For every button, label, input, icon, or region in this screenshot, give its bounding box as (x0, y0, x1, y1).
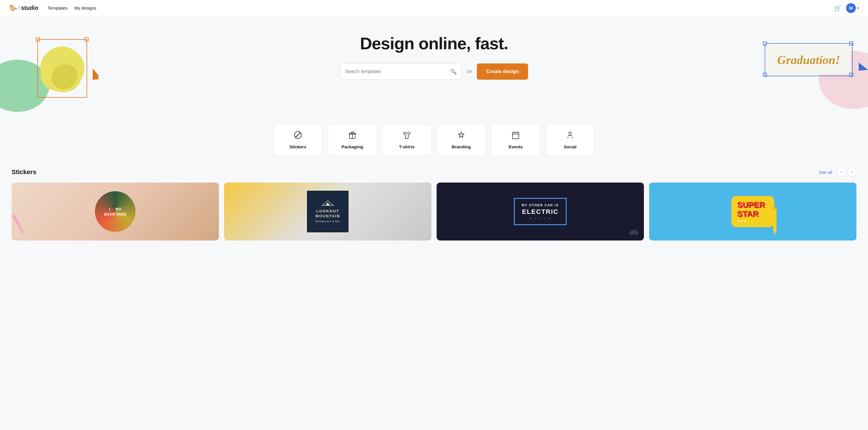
chevron-down-icon: ▾ (857, 6, 859, 10)
create-design-button[interactable]: Create design (477, 63, 528, 80)
packaging-icon (348, 131, 357, 141)
navbar: 🐎 / studio Templates My designs 🛒 M ▾ (0, 0, 868, 16)
sticker-electric-line1: MY OTHER CAR IS (522, 203, 559, 207)
stickers-title: Stickers (11, 168, 819, 176)
logo-text: studio (21, 5, 38, 11)
sticker-back-yard-content: I ♥ MY BACK YARD (95, 191, 135, 232)
svg-rect-23 (631, 230, 637, 232)
category-packaging[interactable]: Packaging (328, 124, 377, 156)
category-social-label: Social (564, 144, 577, 149)
sticker-card-superstar[interactable]: SUPERSTAR ★ ★ ★ (649, 182, 857, 240)
events-icon (511, 131, 520, 141)
sticker-electric-line2: ELECTRIC (522, 208, 559, 216)
logo-horse-icon: 🐎 (9, 4, 17, 12)
sticker-grid: I ♥ MY BACK YARD (11, 182, 857, 240)
category-events[interactable]: Events (491, 124, 540, 156)
category-packaging-label: Packaging (341, 144, 363, 149)
svg-rect-18 (12, 214, 24, 232)
svg-rect-27 (773, 207, 776, 210)
categories-row: Stickers Packaging T-shirts Branding (0, 115, 868, 165)
stickers-header: Stickers See all ‹ › (11, 168, 857, 177)
see-all-link[interactable]: See all (819, 170, 832, 175)
category-branding-label: Branding (452, 144, 471, 149)
sticker-lookout-title: LOOKOUTMOUNTAIN (315, 209, 340, 219)
stickers-section: Stickers See all ‹ › I ♥ MY BACK YARD (0, 165, 868, 248)
svg-marker-21 (326, 203, 330, 205)
tshirts-icon (402, 131, 411, 141)
category-stickers[interactable]: Stickers (273, 124, 322, 156)
nav-templates[interactable]: Templates (48, 5, 67, 10)
search-box: 🔍 (340, 63, 462, 80)
logo-slash: / (18, 5, 20, 11)
sticker-card-lookout[interactable]: LOOKOUTMOUNTAIN Restaurant & Bar (224, 182, 431, 240)
branding-icon (457, 131, 466, 141)
sticker-electric-content: MY OTHER CAR IS ELECTRIC ⬥ ⬥ ⬥ ⬥ ⬥ (514, 198, 567, 225)
cart-icon[interactable]: 🛒 (834, 5, 841, 11)
hero-search-row: 🔍 OR Create design (0, 63, 868, 80)
avatar[interactable]: M (846, 3, 856, 13)
sticker-lookout-sub: Restaurant & Bar (315, 220, 340, 223)
svg-point-5 (819, 51, 868, 109)
search-icon: 🔍 (450, 68, 457, 75)
user-menu[interactable]: M ▾ (846, 3, 859, 13)
sticker-electric-deco: ⬥ ⬥ ⬥ ⬥ ⬥ (522, 217, 559, 220)
search-input[interactable] (345, 69, 450, 74)
next-arrow[interactable]: › (847, 168, 857, 177)
svg-rect-16 (513, 133, 519, 139)
hero-title: Design online, fast. (0, 34, 868, 53)
nav-my-designs[interactable]: My designs (74, 5, 96, 10)
or-label: OR (466, 69, 472, 74)
stickers-icon (293, 131, 302, 141)
category-social[interactable]: Social (546, 124, 595, 156)
category-tshirts[interactable]: T-shirts (382, 124, 431, 156)
sticker-lookout-content: LOOKOUTMOUNTAIN Restaurant & Bar (306, 190, 349, 233)
category-stickers-label: Stickers (289, 144, 306, 149)
nav-links: Templates My designs (48, 5, 834, 10)
hero-section: Graduation! Design online, fast. 🔍 OR Cr… (0, 16, 868, 115)
social-icon (566, 131, 575, 141)
sticker-card-electric[interactable]: MY OTHER CAR IS ELECTRIC ⬥ ⬥ ⬥ ⬥ ⬥ (437, 182, 644, 240)
category-events-label: Events (508, 144, 523, 149)
sticker-card-back-yard[interactable]: I ♥ MY BACK YARD (11, 182, 219, 240)
category-tshirts-label: T-shirts (399, 144, 414, 149)
sticker-superstar-title: SUPERSTAR (737, 201, 765, 219)
svg-rect-26 (773, 207, 776, 230)
prev-arrow[interactable]: ‹ (837, 168, 846, 177)
logo[interactable]: 🐎 / studio (9, 4, 38, 12)
category-branding[interactable]: Branding (437, 124, 486, 156)
nav-actions: 🛒 M ▾ (834, 3, 859, 13)
